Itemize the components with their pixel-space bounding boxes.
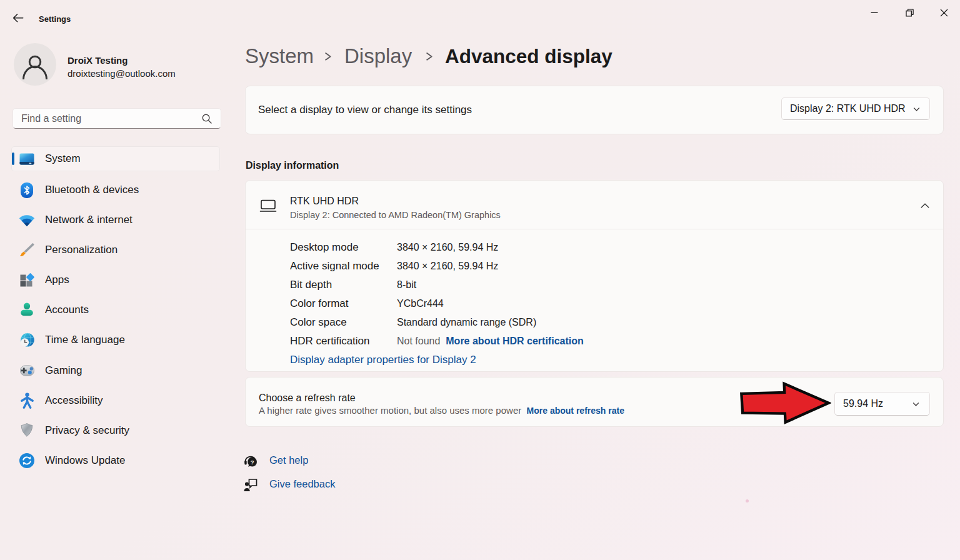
svg-text:?: ?	[251, 459, 254, 466]
